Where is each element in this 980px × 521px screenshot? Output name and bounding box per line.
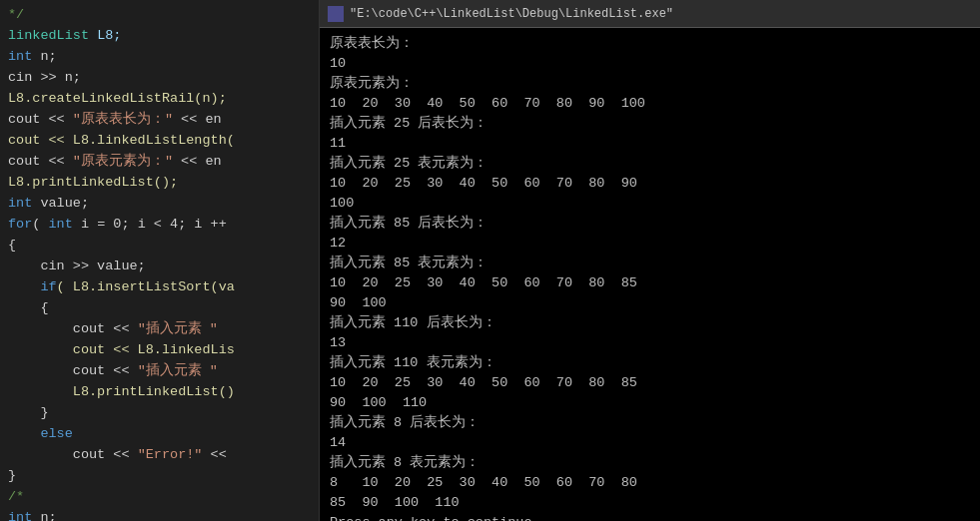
code-line: if( L8.insertListSort(va bbox=[8, 276, 311, 297]
code-line: /* bbox=[8, 486, 311, 507]
code-line: cout << "原表表长为：" << en bbox=[8, 109, 311, 130]
terminal-line: 14 bbox=[330, 433, 970, 453]
terminal-line: 插入元素 85 表元素为： bbox=[330, 254, 970, 273]
code-line: cout << "原表元素为：" << en bbox=[8, 151, 311, 172]
terminal-line: 插入元素 110 后表长为： bbox=[330, 313, 970, 333]
code-line: { bbox=[8, 235, 311, 256]
terminal-body: 原表表长为：10原表元素为：10 20 30 40 50 60 70 80 90… bbox=[320, 28, 980, 521]
code-line: cin >> value; bbox=[8, 256, 311, 276]
code-line: } bbox=[8, 402, 311, 423]
terminal-line: 插入元素 85 后表长为： bbox=[330, 214, 970, 234]
terminal-line: 12 bbox=[330, 234, 970, 254]
terminal-line: 13 bbox=[330, 333, 970, 353]
terminal-line: 90 100 110 bbox=[330, 393, 970, 413]
terminal-icon bbox=[328, 6, 344, 22]
terminal-titlebar: "E:\code\C++\LinkedList\Debug\LinkedList… bbox=[320, 0, 980, 28]
code-line: cout << L8.linkedListLength( bbox=[8, 130, 311, 151]
terminal-line: 11 bbox=[330, 134, 970, 154]
code-line: cout << "插入元素 " bbox=[8, 318, 311, 339]
code-line: L8.printLinkedList(); bbox=[8, 172, 311, 193]
code-editor: */linkedList L8;int n;cin >> n;L8.create… bbox=[0, 0, 320, 521]
terminal-title: "E:\code\C++\LinkedList\Debug\LinkedList… bbox=[350, 7, 673, 21]
terminal-line: 原表表长为： bbox=[330, 34, 970, 54]
terminal-line: 100 bbox=[330, 194, 970, 214]
code-line: L8.printLinkedList() bbox=[8, 381, 311, 402]
code-line: { bbox=[8, 297, 311, 318]
terminal-line: 10 20 30 40 50 60 70 80 90 100 bbox=[330, 94, 970, 114]
code-line: cout << "插入元素 " bbox=[8, 360, 311, 381]
terminal-line: 85 90 100 110 bbox=[330, 493, 970, 513]
code-line: cout << L8.linkedLis bbox=[8, 339, 311, 360]
code-line: cout << "Error!" << bbox=[8, 444, 311, 465]
terminal-line: 原表元素为： bbox=[330, 74, 970, 94]
code-line: cin >> n; bbox=[8, 67, 311, 88]
terminal-line: 插入元素 8 后表长为： bbox=[330, 413, 970, 433]
code-line: else bbox=[8, 423, 311, 444]
code-line: int n; bbox=[8, 507, 311, 521]
terminal-line: 10 20 25 30 40 50 60 70 80 85 bbox=[330, 273, 970, 293]
code-line: */ bbox=[8, 4, 311, 25]
terminal-line: Press any key to continue bbox=[330, 513, 970, 521]
terminal-line: 10 20 25 30 40 50 60 70 80 90 bbox=[330, 174, 970, 194]
code-line: } bbox=[8, 465, 311, 486]
terminal-line: 插入元素 110 表元素为： bbox=[330, 353, 970, 373]
code-line: int value; bbox=[8, 193, 311, 214]
terminal-line: 插入元素 25 表元素为： bbox=[330, 154, 970, 174]
terminal-line: 90 100 bbox=[330, 293, 970, 313]
code-line: linkedList L8; bbox=[8, 25, 311, 46]
terminal-line: 10 20 25 30 40 50 60 70 80 85 bbox=[330, 373, 970, 393]
terminal-line: 10 bbox=[330, 54, 970, 74]
terminal-line: 插入元素 8 表元素为： bbox=[330, 453, 970, 473]
code-line: L8.createLinkedListRail(n); bbox=[8, 88, 311, 109]
code-line: for( int i = 0; i < 4; i ++ bbox=[8, 214, 311, 235]
terminal-line: 8 10 20 25 30 40 50 60 70 80 bbox=[330, 473, 970, 493]
terminal-line: 插入元素 25 后表长为： bbox=[330, 114, 970, 134]
code-line: int n; bbox=[8, 46, 311, 67]
terminal-window: "E:\code\C++\LinkedList\Debug\LinkedList… bbox=[320, 0, 980, 521]
